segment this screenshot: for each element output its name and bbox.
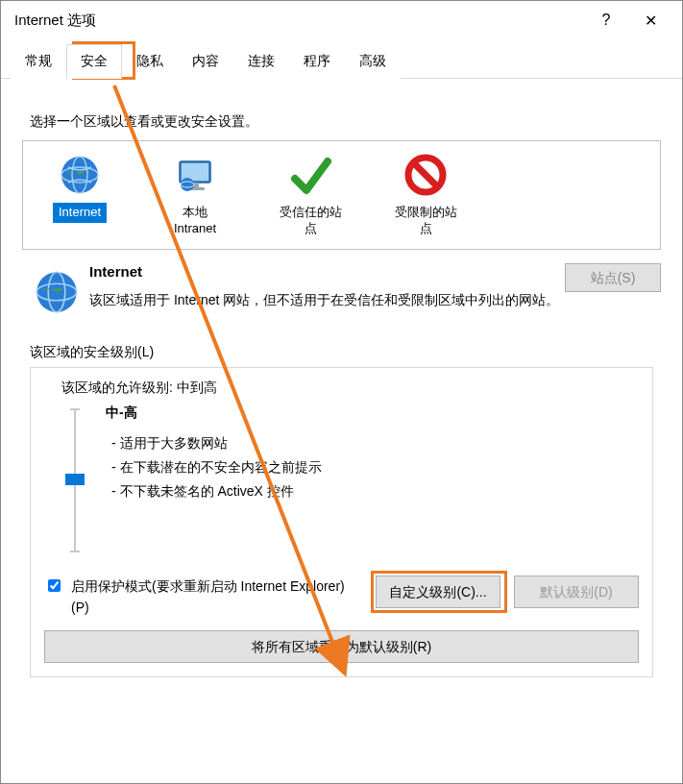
default-level-button: 默认级别(D) <box>514 576 639 608</box>
security-level-title: 该区域的安全级别(L) <box>30 344 653 361</box>
zone-internet-label: Internet <box>53 203 107 223</box>
svg-point-11 <box>37 272 76 311</box>
level-desc-line: - 不下载未签名的 ActiveX 控件 <box>111 479 639 503</box>
tab-connections[interactable]: 连接 <box>233 44 289 79</box>
tab-strip: 常规 安全 隐私 内容 连接 程序 高级 <box>1 39 682 79</box>
security-level-group: 该区域的安全级别(L) 该区域的允许级别: 中到高 中-高 <box>22 344 661 677</box>
monitor-icon <box>173 153 217 197</box>
sites-button: 站点(S) <box>565 263 661 292</box>
protected-mode-checkbox[interactable]: 启用保护模式(要求重新启动 Internet Explorer)(P) <box>44 576 362 619</box>
tab-programs[interactable]: 程序 <box>289 44 345 79</box>
window-title: Internet 选项 <box>11 12 584 30</box>
protected-mode-input[interactable] <box>48 579 61 592</box>
tab-general[interactable]: 常规 <box>11 44 66 79</box>
level-name: 中-高 <box>106 404 639 422</box>
security-level-box: 该区域的允许级别: 中到高 中-高 <box>30 367 653 677</box>
zone-detail-name: Internet <box>89 263 565 280</box>
svg-point-7 <box>181 178 194 191</box>
tab-content[interactable]: 内容 <box>178 44 233 79</box>
globe-icon <box>30 263 84 315</box>
tab-advanced[interactable]: 高级 <box>345 44 401 79</box>
allowed-levels: 该区域的允许级别: 中到高 <box>61 380 639 397</box>
zone-intranet[interactable]: 本地 Intranet <box>148 153 242 239</box>
svg-line-10 <box>414 163 437 186</box>
tab-panel-security: 选择一个区域以查看或更改安全设置。 Internet <box>1 79 682 687</box>
tab-security[interactable]: 安全 <box>66 44 122 79</box>
zone-trusted-label: 受信任的站 点 <box>274 203 348 239</box>
zone-restricted[interactable]: 受限制的站 点 <box>378 153 473 239</box>
titlebar: Internet 选项 ? ✕ <box>1 1 682 39</box>
level-desc-line: - 适用于大多数网站 <box>111 431 639 455</box>
zone-restricted-label: 受限制的站 点 <box>389 203 463 239</box>
no-entry-icon <box>403 153 448 197</box>
internet-options-dialog: Internet 选项 ? ✕ 常规 安全 隐私 内容 连接 程序 高级 选择一… <box>0 0 683 784</box>
zone-detail-text: 该区域适用于 Internet 网站，但不适用于在受信任和受限制区域中列出的网站… <box>89 289 565 312</box>
help-button[interactable]: ? <box>584 1 628 39</box>
security-level-slider[interactable] <box>65 408 85 552</box>
zone-list: Internet 本地 Intranet <box>22 140 661 250</box>
tab-privacy[interactable]: 隐私 <box>122 44 178 79</box>
zone-description: Internet 该区域适用于 Internet 网站，但不适用于在受信任和受限… <box>84 263 565 315</box>
protected-mode-label: 启用保护模式(要求重新启动 Internet Explorer)(P) <box>71 576 362 619</box>
zone-instruction: 选择一个区域以查看或更改安全设置。 <box>30 113 661 131</box>
level-description: - 适用于大多数网站 - 在下载潜在的不安全内容之前提示 - 不下载未签名的 A… <box>106 431 639 504</box>
zone-internet[interactable]: Internet <box>33 153 127 239</box>
level-desc-line: - 在下载潜在的不安全内容之前提示 <box>111 455 639 479</box>
svg-point-0 <box>61 157 98 193</box>
close-button[interactable]: ✕ <box>628 1 672 39</box>
zone-intranet-label: 本地 Intranet <box>168 203 222 239</box>
globe-icon <box>58 153 102 197</box>
custom-level-button[interactable]: 自定义级别(C)... <box>376 576 500 608</box>
zone-trusted[interactable]: 受信任的站 点 <box>263 153 357 239</box>
reset-all-zones-button[interactable]: 将所有区域重置为默认级别(R) <box>44 630 639 663</box>
check-icon <box>288 153 332 197</box>
zone-detail: Internet 该区域适用于 Internet 网站，但不适用于在受信任和受限… <box>22 263 661 315</box>
